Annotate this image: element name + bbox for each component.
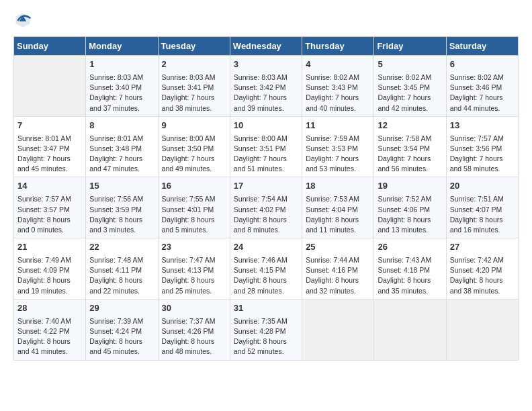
day-info: Sunrise: 8:02 AM Sunset: 3:46 PM Dayligh…: [450, 73, 515, 113]
day-number: 5: [378, 58, 442, 71]
day-info: Sunrise: 8:00 AM Sunset: 3:51 PM Dayligh…: [234, 134, 298, 175]
calendar-cell: 7Sunrise: 8:01 AM Sunset: 3:47 PM Daylig…: [14, 116, 86, 177]
calendar-cell: 19Sunrise: 7:52 AM Sunset: 4:06 PM Dayli…: [374, 177, 446, 238]
day-number: 19: [378, 180, 442, 193]
day-number: 12: [378, 120, 442, 132]
day-number: 18: [306, 180, 370, 193]
day-number: 21: [17, 241, 82, 254]
column-header-friday: Friday: [374, 37, 446, 56]
day-info: Sunrise: 7:39 AM Sunset: 4:24 PM Dayligh…: [89, 316, 154, 357]
day-number: 30: [162, 302, 226, 315]
calendar-cell: 22Sunrise: 7:48 AM Sunset: 4:11 PM Dayli…: [86, 238, 158, 300]
day-number: 2: [162, 58, 226, 71]
calendar-cell: 8Sunrise: 8:01 AM Sunset: 3:48 PM Daylig…: [86, 116, 158, 177]
day-info: Sunrise: 7:44 AM Sunset: 4:16 PM Dayligh…: [306, 255, 370, 296]
day-info: Sunrise: 7:57 AM Sunset: 3:56 PM Dayligh…: [450, 134, 515, 175]
day-info: Sunrise: 7:35 AM Sunset: 4:28 PM Dayligh…: [234, 316, 298, 357]
calendar-cell: 3Sunrise: 8:03 AM Sunset: 3:42 PM Daylig…: [230, 56, 302, 117]
day-info: Sunrise: 7:57 AM Sunset: 3:57 PM Dayligh…: [17, 194, 82, 235]
calendar-header-row: SundayMondayTuesdayWednesdayThursdayFrid…: [14, 37, 519, 56]
day-info: Sunrise: 7:46 AM Sunset: 4:15 PM Dayligh…: [234, 255, 298, 296]
calendar-cell: [446, 299, 518, 360]
day-number: 20: [450, 180, 515, 193]
calendar-cell: 10Sunrise: 8:00 AM Sunset: 3:51 PM Dayli…: [230, 116, 302, 177]
day-info: Sunrise: 7:55 AM Sunset: 4:01 PM Dayligh…: [162, 194, 226, 235]
calendar-cell: [302, 299, 374, 360]
day-number: 24: [234, 241, 298, 254]
calendar-week-row: 14Sunrise: 7:57 AM Sunset: 3:57 PM Dayli…: [14, 177, 519, 238]
column-header-tuesday: Tuesday: [158, 37, 230, 56]
calendar-cell: 11Sunrise: 7:59 AM Sunset: 3:53 PM Dayli…: [302, 116, 374, 177]
calendar-cell: 26Sunrise: 7:43 AM Sunset: 4:18 PM Dayli…: [374, 238, 446, 300]
day-number: 16: [162, 180, 226, 193]
calendar-cell: 16Sunrise: 7:55 AM Sunset: 4:01 PM Dayli…: [158, 177, 230, 238]
day-info: Sunrise: 8:03 AM Sunset: 3:40 PM Dayligh…: [89, 73, 154, 113]
column-header-thursday: Thursday: [302, 37, 374, 56]
day-info: Sunrise: 7:53 AM Sunset: 4:04 PM Dayligh…: [306, 194, 370, 235]
day-info: Sunrise: 8:00 AM Sunset: 3:50 PM Dayligh…: [162, 134, 226, 175]
calendar-cell: 17Sunrise: 7:54 AM Sunset: 4:02 PM Dayli…: [230, 177, 302, 238]
day-info: Sunrise: 7:43 AM Sunset: 4:18 PM Dayligh…: [378, 255, 442, 296]
day-info: Sunrise: 8:02 AM Sunset: 3:43 PM Dayligh…: [306, 73, 370, 113]
day-number: 1: [89, 58, 154, 71]
day-info: Sunrise: 7:40 AM Sunset: 4:22 PM Dayligh…: [17, 316, 82, 357]
day-number: 28: [17, 302, 82, 315]
day-number: 17: [234, 180, 298, 193]
day-number: 31: [234, 302, 298, 315]
column-header-sunday: Sunday: [14, 37, 86, 56]
day-info: Sunrise: 7:52 AM Sunset: 4:06 PM Dayligh…: [378, 194, 442, 235]
calendar-cell: 5Sunrise: 8:02 AM Sunset: 3:45 PM Daylig…: [374, 56, 446, 117]
page-header: [13, 11, 519, 30]
day-info: Sunrise: 7:51 AM Sunset: 4:07 PM Dayligh…: [450, 194, 515, 235]
day-info: Sunrise: 8:02 AM Sunset: 3:45 PM Dayligh…: [378, 73, 442, 113]
calendar-cell: 30Sunrise: 7:37 AM Sunset: 4:26 PM Dayli…: [158, 299, 230, 360]
day-number: 15: [89, 180, 154, 193]
logo-icon: [13, 11, 32, 30]
calendar-cell: 13Sunrise: 7:57 AM Sunset: 3:56 PM Dayli…: [446, 116, 518, 177]
calendar-cell: 20Sunrise: 7:51 AM Sunset: 4:07 PM Dayli…: [446, 177, 518, 238]
day-info: Sunrise: 7:56 AM Sunset: 3:59 PM Dayligh…: [89, 194, 154, 235]
day-number: 26: [378, 241, 442, 254]
day-number: 10: [234, 120, 298, 132]
day-info: Sunrise: 7:59 AM Sunset: 3:53 PM Dayligh…: [306, 134, 370, 175]
calendar-cell: 4Sunrise: 8:02 AM Sunset: 3:43 PM Daylig…: [302, 56, 374, 117]
calendar-table: SundayMondayTuesdayWednesdayThursdayFrid…: [13, 36, 519, 361]
day-info: Sunrise: 7:49 AM Sunset: 4:09 PM Dayligh…: [17, 255, 82, 296]
day-number: 3: [234, 58, 298, 71]
day-info: Sunrise: 7:54 AM Sunset: 4:02 PM Dayligh…: [234, 194, 298, 235]
day-number: 25: [306, 241, 370, 254]
day-number: 7: [17, 120, 82, 132]
day-info: Sunrise: 7:42 AM Sunset: 4:20 PM Dayligh…: [450, 255, 515, 296]
day-number: 9: [162, 120, 226, 132]
day-info: Sunrise: 7:47 AM Sunset: 4:13 PM Dayligh…: [162, 255, 226, 296]
calendar-week-row: 7Sunrise: 8:01 AM Sunset: 3:47 PM Daylig…: [14, 116, 519, 177]
day-number: 14: [17, 180, 82, 193]
calendar-cell: 21Sunrise: 7:49 AM Sunset: 4:09 PM Dayli…: [14, 238, 86, 300]
calendar-cell: 23Sunrise: 7:47 AM Sunset: 4:13 PM Dayli…: [158, 238, 230, 300]
day-info: Sunrise: 8:01 AM Sunset: 3:48 PM Dayligh…: [89, 134, 154, 175]
column-header-wednesday: Wednesday: [230, 37, 302, 56]
day-number: 23: [162, 241, 226, 254]
day-info: Sunrise: 8:03 AM Sunset: 3:41 PM Dayligh…: [162, 73, 226, 113]
calendar-cell: 1Sunrise: 8:03 AM Sunset: 3:40 PM Daylig…: [86, 56, 158, 117]
day-number: 22: [89, 241, 154, 254]
column-header-monday: Monday: [86, 37, 158, 56]
calendar-cell: 2Sunrise: 8:03 AM Sunset: 3:41 PM Daylig…: [158, 56, 230, 117]
calendar-cell: 27Sunrise: 7:42 AM Sunset: 4:20 PM Dayli…: [446, 238, 518, 300]
calendar-cell: 29Sunrise: 7:39 AM Sunset: 4:24 PM Dayli…: [86, 299, 158, 360]
column-header-saturday: Saturday: [446, 37, 518, 56]
calendar-week-row: 28Sunrise: 7:40 AM Sunset: 4:22 PM Dayli…: [14, 299, 519, 360]
day-number: 4: [306, 58, 370, 71]
calendar-cell: 31Sunrise: 7:35 AM Sunset: 4:28 PM Dayli…: [230, 299, 302, 360]
day-info: Sunrise: 8:03 AM Sunset: 3:42 PM Dayligh…: [234, 73, 298, 113]
calendar-cell: 25Sunrise: 7:44 AM Sunset: 4:16 PM Dayli…: [302, 238, 374, 300]
calendar-cell: 15Sunrise: 7:56 AM Sunset: 3:59 PM Dayli…: [86, 177, 158, 238]
calendar-cell: [374, 299, 446, 360]
day-info: Sunrise: 7:37 AM Sunset: 4:26 PM Dayligh…: [162, 316, 226, 357]
calendar-cell: 18Sunrise: 7:53 AM Sunset: 4:04 PM Dayli…: [302, 177, 374, 238]
day-number: 11: [306, 120, 370, 132]
calendar-week-row: 1Sunrise: 8:03 AM Sunset: 3:40 PM Daylig…: [14, 56, 519, 117]
calendar-cell: 14Sunrise: 7:57 AM Sunset: 3:57 PM Dayli…: [14, 177, 86, 238]
day-number: 13: [450, 120, 515, 132]
day-number: 27: [450, 241, 515, 254]
